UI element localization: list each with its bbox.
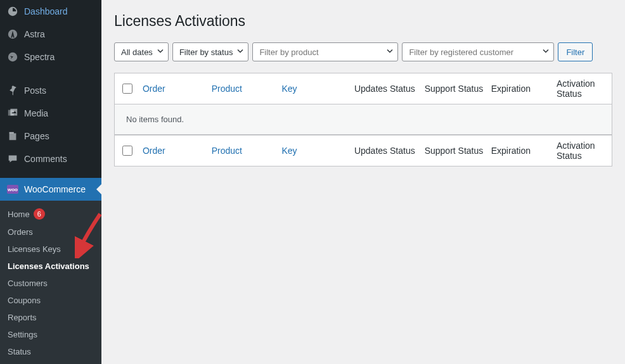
- submenu-item-label: Home: [8, 210, 30, 219]
- submenu-item-orders[interactable]: Orders: [0, 223, 101, 241]
- filter-button[interactable]: Filter: [558, 42, 593, 61]
- filter-customer-placeholder: Filter by registered customer: [409, 47, 513, 57]
- column-expiration: Expiration: [491, 146, 557, 156]
- sidebar-item-comments[interactable]: Comments: [0, 147, 101, 170]
- column-support-status: Support Status: [425, 84, 491, 94]
- media-icon: [6, 107, 19, 120]
- sidebar-item-posts[interactable]: Posts: [0, 79, 101, 102]
- select-all-checkbox[interactable]: [122, 146, 132, 156]
- submenu-item-status[interactable]: Status: [0, 343, 101, 360]
- column-expiration: Expiration: [491, 84, 557, 94]
- submenu-item-label: Customers: [8, 279, 48, 288]
- filter-dates-select[interactable]: All dates: [114, 42, 169, 61]
- sidebar-item-dashboard[interactable]: Dashboard: [0, 0, 101, 23]
- filter-customer-select[interactable]: Filter by registered customer: [402, 42, 554, 61]
- chevron-down-icon: [157, 47, 164, 57]
- submenu-item-coupons[interactable]: Coupons: [0, 292, 101, 309]
- select-all-checkbox[interactable]: [122, 84, 132, 94]
- column-updates-status: Updates Status: [354, 84, 425, 94]
- filter-dates-value: All dates: [121, 47, 153, 57]
- filter-product-select[interactable]: Filter by product: [252, 42, 398, 61]
- submenu-item-home[interactable]: Home 6: [0, 204, 101, 223]
- submenu-item-reports[interactable]: Reports: [0, 309, 101, 326]
- chevron-down-icon: [236, 47, 244, 57]
- badge: 6: [34, 208, 45, 220]
- sidebar-item-label: Astra: [24, 29, 45, 39]
- pin-icon: [6, 84, 19, 97]
- submenu-item-licenses-activations[interactable]: Licenses Activations: [0, 258, 101, 275]
- submenu-item-label: Licenses Activations: [8, 261, 89, 271]
- filter-status-value: Filter by status: [179, 47, 233, 57]
- dashboard-icon: [6, 5, 19, 18]
- pages-icon: [6, 130, 19, 142]
- submenu-item-label: Status: [8, 347, 31, 356]
- chevron-down-icon: [542, 47, 550, 57]
- table-footer: Order Product Key Updates Status Support…: [115, 135, 612, 166]
- submenu-item-customers[interactable]: Customers: [0, 275, 101, 292]
- column-updates-status: Updates Status: [354, 146, 425, 156]
- submenu-item-label: Coupons: [8, 296, 41, 305]
- sidebar-item-label: Comments: [24, 154, 67, 164]
- column-support-status: Support Status: [425, 146, 491, 156]
- table-empty-message: No items found.: [115, 104, 612, 135]
- sidebar-item-woocommerce[interactable]: woo WooCommerce: [0, 178, 101, 201]
- filter-product-placeholder: Filter by product: [259, 47, 318, 57]
- column-order[interactable]: Order: [143, 146, 212, 156]
- submenu-item-label: Reports: [8, 313, 37, 322]
- select-all-footer: [122, 146, 143, 156]
- sidebar-item-label: Media: [24, 108, 48, 118]
- submenu-item-licenses-keys[interactable]: Licenses Keys: [0, 241, 101, 258]
- sidebar-item-label: Pages: [24, 131, 49, 141]
- table-header: Order Product Key Updates Status Support…: [115, 73, 612, 104]
- sidebar-item-label: Posts: [24, 85, 46, 96]
- submenu-item-label: Settings: [8, 330, 37, 339]
- sidebar-item-label: Dashboard: [24, 6, 68, 16]
- sidebar-item-pages[interactable]: Pages: [0, 125, 101, 147]
- sidebar-item-astra[interactable]: Astra: [0, 23, 101, 46]
- woocommerce-submenu: Home 6 Orders Licenses Keys Licenses Act…: [0, 201, 101, 364]
- licenses-table: Order Product Key Updates Status Support…: [114, 73, 612, 166]
- column-order[interactable]: Order: [143, 84, 212, 94]
- column-key[interactable]: Key: [281, 84, 354, 94]
- comments-icon: [6, 153, 19, 165]
- submenu-item-settings[interactable]: Settings: [0, 326, 101, 343]
- column-product[interactable]: Product: [212, 84, 282, 94]
- astra-icon: [6, 28, 19, 41]
- chevron-down-icon: [386, 47, 394, 57]
- admin-sidebar: Dashboard Astra Spectra Posts Media Page…: [0, 0, 101, 364]
- column-activation-status: Activation Status: [557, 141, 604, 161]
- submenu-item-label: Orders: [8, 227, 33, 237]
- sidebar-item-label: Spectra: [24, 52, 55, 62]
- column-activation-status: Activation Status: [557, 78, 604, 99]
- column-key[interactable]: Key: [281, 146, 354, 156]
- submenu-item-label: Licenses Keys: [8, 244, 61, 254]
- sidebar-item-label: WooCommerce: [24, 184, 86, 194]
- woo-icon: woo: [6, 183, 19, 196]
- sidebar-item-media[interactable]: Media: [0, 102, 101, 125]
- sidebar-item-spectra[interactable]: Spectra: [0, 46, 101, 68]
- filter-status-select[interactable]: Filter by status: [172, 42, 249, 61]
- page-title: Licenses Activations: [114, 13, 612, 30]
- column-product[interactable]: Product: [212, 146, 282, 156]
- spectra-icon: [6, 51, 19, 63]
- filters-row: All dates Filter by status Filter by pro…: [114, 42, 612, 61]
- select-all-header: [122, 84, 143, 94]
- main-content: Licenses Activations All dates Filter by…: [101, 0, 625, 364]
